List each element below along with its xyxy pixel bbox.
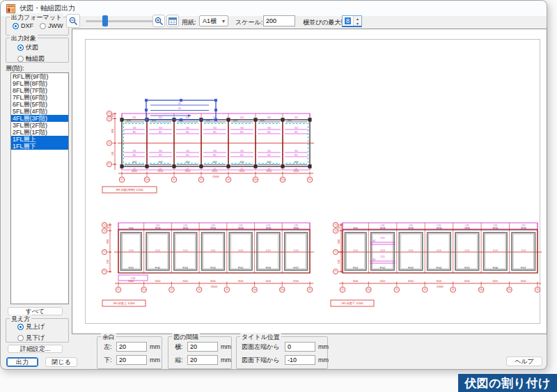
app-icon (6, 4, 15, 13)
help-button[interactable]: ヘルプ (506, 356, 542, 366)
preview-drawings: G14G2S3B1S3B14G2G1G14G2S3B1S3B14G2G1G14G… (72, 29, 547, 334)
title_pos_group-input-1[interactable] (285, 355, 315, 365)
radio-dot[interactable] (17, 335, 24, 341)
zoom-in-button[interactable] (152, 15, 165, 27)
svg-text:D13: D13 (521, 249, 526, 252)
radio-dot[interactable] (17, 324, 24, 330)
title_pos_group-input-0[interactable] (285, 342, 315, 352)
svg-text:FG4: FG4 (354, 227, 358, 230)
spacing_group-input-1[interactable] (187, 355, 218, 365)
radio-見上げ[interactable]: 見上げ (17, 322, 45, 331)
unit-label: mm (221, 343, 231, 350)
svg-text:Y1: Y1 (334, 270, 337, 273)
svg-text:1FL伏図上 1/200: 1FL伏図上 1/200 (113, 301, 135, 305)
radio-dot[interactable] (17, 56, 24, 62)
radio-DXF[interactable]: DXF (13, 22, 33, 29)
svg-text:Y3: Y3 (334, 230, 337, 233)
spacing_group-input-0[interactable] (187, 342, 218, 352)
layer-item[interactable]: 9FL層(8F階) (11, 80, 68, 87)
svg-text:6000: 6000 (132, 170, 137, 173)
option-row: 下:mm (104, 355, 160, 365)
svg-text:S3: S3 (133, 127, 136, 130)
zoom-out-icon (69, 17, 78, 26)
svg-text:S3: S3 (133, 150, 136, 152)
svg-text:S3: S3 (240, 150, 243, 152)
spacing-group-label: 図の間隔 (172, 333, 200, 342)
svg-text:X2: X2 (171, 288, 173, 291)
svg-text:X4a: X4a (254, 178, 258, 181)
svg-text:X2: X2 (395, 288, 398, 291)
svg-text:G1: G1 (295, 116, 299, 119)
fit-page-button[interactable] (166, 15, 179, 27)
radio-軸組図[interactable]: 軸組図 (17, 54, 45, 63)
layer-item[interactable]: 2FL層(1F階) (11, 129, 68, 136)
svg-text:D14: D14 (353, 249, 358, 252)
format-group: 出力フォーマット DXFJWW (6, 17, 69, 36)
view-group: 見え方 見上げ見下げ (6, 318, 69, 343)
radio-伏図[interactable]: 伏図 (17, 43, 45, 52)
close-button[interactable]: 閉じる (45, 357, 77, 367)
option-label: 図面下端から (242, 356, 282, 365)
zoom-out-button[interactable] (66, 14, 80, 28)
svg-text:4500: 4500 (107, 260, 109, 264)
zoom-in-icon (155, 17, 164, 26)
spinner-down-button[interactable]: ▼ (354, 21, 361, 26)
svg-text:6500: 6500 (380, 280, 386, 283)
svg-text:1FG6: 1FG6 (436, 227, 441, 230)
spinner-up-button[interactable]: ▲ (354, 16, 361, 21)
radio-dot[interactable] (40, 23, 46, 29)
svg-text:G1: G1 (178, 102, 182, 105)
svg-text:45000: 45000 (437, 285, 444, 288)
radio-label: 見下げ (26, 334, 45, 343)
window-title: 伏図・軸組図出力 (19, 3, 75, 13)
max-count-spinner[interactable]: 8 ▲ ▼ (342, 15, 362, 27)
layer-item[interactable]: 3FL層(2F階) (11, 122, 68, 129)
margins_group-input-1[interactable] (116, 355, 147, 365)
layer-item[interactable]: 7FL層(6F階) (11, 94, 68, 101)
layer-item[interactable]: 1FL層下 (11, 143, 68, 150)
layer-item[interactable]: 4FL層(3F階) (11, 115, 68, 122)
svg-text:X4a: X4a (253, 288, 256, 291)
paper-select[interactable]: A1横 ▾ (199, 15, 228, 26)
svg-text:X2: X2 (173, 178, 175, 181)
svg-text:Y3: Y3 (108, 118, 111, 120)
layer-item[interactable]: 6FL層(5F階) (11, 101, 68, 108)
svg-text:FG2: FG2 (155, 267, 160, 269)
svg-text:B1: B1 (186, 154, 189, 157)
option-label: 左: (104, 343, 113, 352)
svg-text:S3: S3 (159, 150, 162, 152)
svg-text:D14: D14 (211, 249, 216, 252)
preview-canvas[interactable]: G14G2S3B1S3B14G2G1G14G2S3B1S3B14G2G1G14G… (72, 29, 547, 334)
scale-input[interactable] (263, 15, 295, 26)
target-group: 出力対象 伏図軸組図 (6, 38, 69, 63)
svg-text:S3: S3 (295, 127, 297, 130)
svg-text:6500: 6500 (464, 280, 470, 283)
radio-dot[interactable] (17, 45, 24, 51)
svg-text:4G2: 4G2 (127, 119, 131, 122)
layer-item[interactable]: RFL層(9F階) (11, 73, 68, 80)
svg-text:B1: B1 (295, 154, 297, 157)
radio-JWW[interactable]: JWW (40, 22, 63, 29)
margins-group: 余白 左:mm下:mm (97, 336, 162, 369)
layer-item[interactable]: 1FL層上 (11, 136, 68, 143)
unit-label: mm (150, 343, 160, 350)
output-button[interactable]: 出力 (6, 357, 38, 367)
detail-settings-button[interactable]: 詳細設定... (8, 345, 63, 353)
svg-text:FG1: FG1 (129, 267, 134, 269)
zoom-slider[interactable] (86, 20, 162, 22)
zoom-slider-handle[interactable] (102, 15, 108, 26)
svg-text:4G2: 4G2 (260, 119, 265, 122)
svg-text:FG1: FG1 (353, 267, 358, 269)
layer-item[interactable]: 5FL層(4F階) (11, 108, 68, 115)
svg-text:FG4: FG4 (210, 267, 215, 269)
svg-text:X6: X6 (308, 288, 311, 291)
svg-text:D15: D15 (380, 256, 384, 258)
radio-見下げ[interactable]: 見下げ (17, 334, 45, 343)
margins_group-input-0[interactable] (116, 342, 147, 352)
layer-item[interactable]: 8FL層(7F階) (11, 87, 68, 94)
target-group-label: 出力対象 (10, 34, 38, 43)
svg-text:4G2: 4G2 (212, 161, 217, 164)
radio-dot[interactable] (13, 23, 19, 29)
layer-list[interactable]: RFL層(9F階)9FL層(8F階)8FL層(7F階)7FL層(6F階)6FL層… (10, 72, 69, 304)
svg-text:B1: B1 (240, 131, 243, 134)
